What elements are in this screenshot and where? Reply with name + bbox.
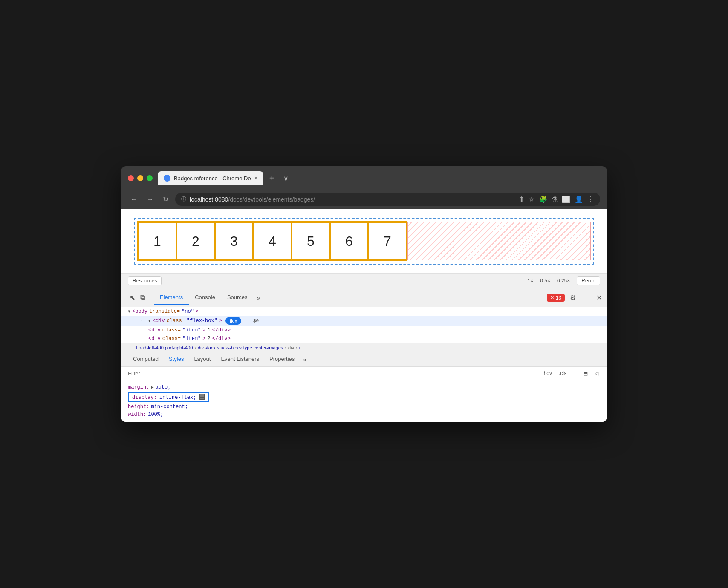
info-icon: ⓘ [181, 196, 186, 203]
browser-menu-icon[interactable]: ⋮ [587, 195, 594, 203]
grid-cell-3 [203, 394, 205, 396]
sidebar-button[interactable]: ◁ [593, 369, 600, 377]
tab-menu-button[interactable]: ∨ [280, 173, 292, 184]
grid-cell-1 [199, 394, 201, 396]
item2-attr-value: "item" [182, 336, 201, 342]
styles-more-tabs[interactable]: » [300, 353, 310, 366]
active-tab[interactable]: Badges reference - Chrome De × [158, 171, 263, 185]
body-tag: <body [132, 308, 147, 314]
css-width-value: 100%; [148, 412, 163, 418]
item1-tag-close: > [202, 327, 205, 333]
devtools-nav-icons: ⬉ ⧉ [124, 288, 150, 307]
breadcrumb-item-1[interactable]: ll.pad-left-400.pad-right-400 [135, 345, 193, 350]
device-toggle-icon[interactable]: ⧉ [139, 292, 147, 303]
cls-button[interactable]: .cls [557, 369, 568, 377]
flex-item-3: 3 [215, 222, 253, 260]
address-icons: ⬆ ☆ 🧩 ⚗ ⬜ 👤 ⋮ [519, 195, 594, 203]
css-margin-arrow: ▶ [151, 385, 153, 390]
user-icon[interactable]: 👤 [575, 195, 583, 203]
copy-style-button[interactable]: ⬒ [581, 369, 589, 377]
div-triangle-icon: ▼ [148, 319, 151, 323]
flask-icon: ⚗ [552, 195, 558, 203]
tab-event-listeners[interactable]: Event Listeners [216, 352, 264, 366]
grid-icon[interactable] [199, 394, 205, 400]
zoom-1x-button[interactable]: 1× [526, 277, 535, 285]
hov-button[interactable]: :hov [540, 369, 554, 377]
flex-demo-container: 1 2 3 4 5 6 7 [134, 218, 594, 265]
css-height-value: min-content; [151, 404, 188, 410]
tab-styles[interactable]: Styles [164, 352, 189, 366]
settings-icon[interactable]: ⚙ [568, 292, 578, 303]
close-button[interactable] [128, 175, 134, 181]
new-tab-button[interactable]: + [265, 172, 279, 185]
css-width-line: width: 100%; [128, 411, 600, 418]
flex-item-7: 7 [368, 222, 407, 260]
breadcrumb-item-2[interactable]: div.stack.stack--block.type.center-image… [198, 345, 283, 350]
add-style-button[interactable]: + [572, 369, 578, 377]
rerun-button[interactable]: Rerun [577, 276, 600, 285]
flex-item-1: 1 [138, 222, 176, 260]
error-badge[interactable]: ✕ 13 [547, 294, 565, 302]
forward-button[interactable]: → [144, 194, 156, 205]
breadcrumb-separator-2: › [285, 345, 286, 350]
devtools-close-icon[interactable]: ✕ [595, 292, 604, 303]
window-controls [128, 175, 153, 181]
tab-layout[interactable]: Layout [189, 352, 216, 366]
bookmark-icon[interactable]: ☆ [529, 195, 534, 203]
flex-item-2: 2 [176, 222, 215, 260]
grid-cell-7 [199, 398, 201, 400]
css-margin-line: margin: ▶ auto; [128, 383, 600, 391]
item1-attr-name: class= [162, 327, 181, 333]
css-display-value: inline-flex; [159, 394, 196, 400]
dom-item2-line[interactable]: <div class="item" > 2 </div> [121, 334, 607, 343]
display-line-box[interactable]: display: inline-flex; [128, 392, 209, 402]
back-button[interactable]: ← [128, 194, 140, 205]
grid-cell-9 [203, 398, 205, 400]
flex-badge[interactable]: flex [225, 317, 241, 325]
tab-favicon [164, 175, 170, 182]
tab-console[interactable]: Console [189, 291, 221, 305]
share-icon[interactable]: ⬆ [519, 195, 524, 203]
title-bar: Badges reference - Chrome De × + ∨ [121, 166, 607, 189]
reload-button[interactable]: ↻ [160, 193, 171, 205]
zoom-025x-button[interactable]: 0.25× [555, 277, 572, 285]
flex-item-4: 4 [253, 222, 292, 260]
css-props: margin: ▶ auto; display: inline-flex; [121, 380, 607, 422]
address-input-container[interactable]: ⓘ localhost:8080/docs/devtools/elements/… [175, 193, 600, 206]
item1-tag: <div [148, 327, 161, 333]
side-panel-icon[interactable]: ⬜ [562, 195, 570, 203]
tab-computed[interactable]: Computed [128, 352, 164, 366]
body-attr-value: "no" [182, 308, 194, 314]
devtools-menu-icon[interactable]: ⋮ [581, 292, 591, 303]
tab-close-button[interactable]: × [254, 175, 257, 181]
grid-cell-2 [201, 394, 203, 396]
minimize-button[interactable] [137, 175, 143, 181]
body-tag-close: > [196, 308, 199, 314]
tab-properties[interactable]: Properties [264, 352, 300, 366]
title-bar-top: Badges reference - Chrome De × + ∨ [128, 171, 600, 185]
div-attr-name: class= [167, 318, 185, 324]
devtools-more-tabs[interactable]: » [254, 291, 264, 305]
element-picker-icon[interactable]: ⬉ [128, 292, 137, 303]
grid-cell-5 [201, 396, 203, 398]
devtools-toolbar: Resources 1× 0.5× 0.25× Rerun [121, 274, 607, 288]
tab-sources[interactable]: Sources [221, 291, 254, 305]
filter-input[interactable] [128, 370, 537, 377]
resources-button[interactable]: Resources [128, 276, 162, 285]
breadcrumb-dots-left: ... [128, 345, 132, 350]
dom-div-selected-line[interactable]: ··· ▼ <div class="flex-box" > flex == $0 [121, 316, 607, 326]
item1-text: 1 [207, 327, 210, 333]
div-tag: <div [153, 318, 165, 324]
maximize-button[interactable] [147, 175, 153, 181]
tab-elements[interactable]: Elements [154, 291, 189, 305]
zoom-buttons: 1× 0.5× 0.25× [526, 277, 572, 285]
breadcrumb-separator-3: › [296, 345, 298, 350]
dom-body-line[interactable]: ▼ <body translate="no" > [121, 307, 607, 316]
address-bar: ← → ↻ ⓘ localhost:8080/docs/devtools/ele… [121, 189, 607, 209]
extensions-icon[interactable]: 🧩 [539, 195, 547, 203]
dom-item1-line[interactable]: <div class="item" > 1 </div> [121, 326, 607, 334]
breadcrumb-item-4[interactable]: i [299, 345, 300, 350]
triangle-icon: ▼ [128, 309, 130, 314]
breadcrumb-item-3[interactable]: div [288, 345, 294, 350]
zoom-05x-button[interactable]: 0.5× [538, 277, 552, 285]
